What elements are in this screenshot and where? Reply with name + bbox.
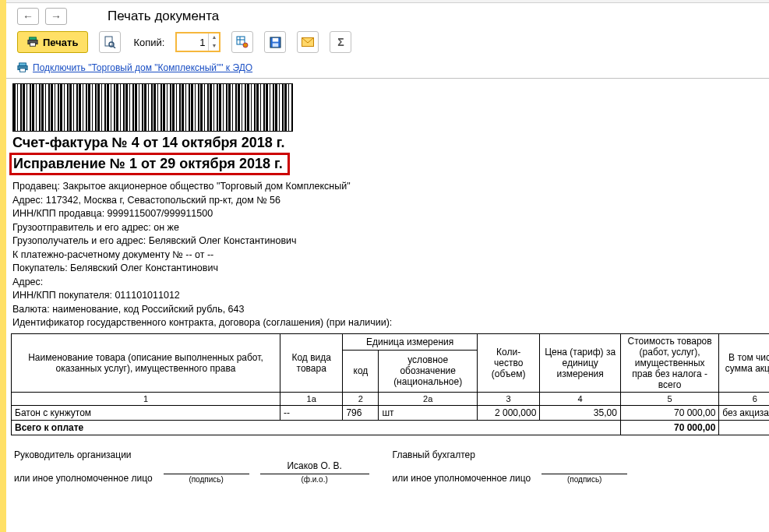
svg-rect-12	[273, 43, 279, 47]
svg-rect-0	[30, 37, 37, 41]
cell-code-kind: --	[280, 405, 342, 420]
cell-price: 35,00	[540, 405, 620, 420]
sign-head-label2: или иное уполномоченное лицо	[14, 473, 153, 484]
sign-head-sig-line	[164, 460, 249, 474]
meta-shipper: Грузоотправитель и его адрес: он же	[12, 221, 769, 235]
th-code-kind: Код вида товара	[280, 333, 342, 392]
numcell: 1	[12, 392, 280, 405]
sign-head-block: Руководитель организации или иное уполно…	[14, 449, 369, 484]
sign-head-label1: Руководитель организации	[14, 449, 369, 460]
cell-name: Батон с кунжутом	[12, 405, 280, 420]
edo-connect-link[interactable]: Подключить "Торговый дом "Комплексный"" …	[33, 62, 252, 73]
print-button[interactable]: Печать	[17, 31, 88, 53]
sigma-icon: Σ	[337, 36, 344, 48]
arrow-left-icon: ←	[23, 10, 34, 23]
title-bar: ← → Печать документа	[6, 3, 769, 28]
invoice-table-head: Наименование товара (описание выполненны…	[12, 333, 770, 405]
invoice-title: Счет-фактура № 4 от 14 октября 2018 г.	[12, 135, 769, 151]
page-title: Печать документа	[108, 9, 219, 24]
th-excise: В том числе сумма акциза	[719, 333, 769, 392]
copies-label: Копий:	[133, 37, 164, 48]
svg-rect-2	[30, 43, 36, 46]
floppy-icon	[270, 37, 281, 48]
send-email-button[interactable]	[297, 31, 319, 53]
numcell: 4	[540, 392, 620, 405]
sign-acc-block: Главный бухгалтер или иное уполномоченно…	[393, 449, 628, 484]
forward-button[interactable]: →	[45, 8, 67, 25]
numcell: 3	[477, 392, 539, 405]
cell-unit-sym: шт	[379, 405, 477, 420]
th-price: Цена (тариф) за единицу измерения	[540, 333, 620, 392]
meta-consignee: Грузополучатель и его адрес: Белявский О…	[12, 234, 769, 248]
edo-link-bar: Подключить "Торговый дом "Комплексный"" …	[6, 61, 769, 78]
svg-rect-6	[237, 37, 245, 44]
save-button[interactable]	[264, 31, 286, 53]
sign-head-sig-cap: (подпись)	[164, 475, 249, 484]
sign-acc-label1: Главный бухгалтер	[393, 449, 628, 460]
correction-title: Исправление № 1 от 29 октября 2018 г.	[13, 156, 283, 171]
sum-button[interactable]: Σ	[330, 31, 351, 53]
action-toolbar: Печать Копий: ▲ ▼	[6, 28, 769, 61]
spinner-up-icon[interactable]: ▲	[209, 33, 219, 42]
table-total-row: Всего к оплате 70 000,00 Х	[12, 420, 770, 435]
total-label: Всего к оплате	[12, 420, 621, 435]
numcell: 2а	[379, 392, 477, 405]
arrow-right-icon: →	[51, 10, 62, 23]
th-unit-sym: условное обозначение (национальное)	[379, 351, 477, 392]
cell-cost-no-tax: 70 000,00	[620, 405, 718, 420]
magnifier-page-icon	[104, 36, 116, 48]
svg-line-5	[113, 46, 115, 48]
sign-acc-label2: или иное уполномоченное лицо	[393, 473, 531, 484]
printer-icon	[27, 37, 38, 48]
numcell: 1а	[280, 392, 342, 405]
svg-rect-11	[273, 37, 279, 41]
document-page: Счет-фактура № 4 от 14 октября 2018 г. И…	[11, 79, 769, 484]
spinner-down-icon[interactable]: ▼	[209, 42, 219, 51]
cell-excise: без акциза	[719, 405, 769, 420]
meta-buyer: Покупатель: Белявский Олег Константинови…	[12, 262, 769, 276]
settings-template-button[interactable]	[231, 31, 253, 53]
back-button[interactable]: ←	[17, 8, 39, 25]
th-cost-no-tax: Стоимость товаров (работ, услуг), имущес…	[620, 333, 718, 392]
th-qty: Коли- чество (объем)	[477, 333, 539, 392]
invoice-table-numrow: 1 1а 2 2а 3 4 5 6 7	[12, 392, 770, 405]
numcell: 2	[343, 392, 379, 405]
meta-buyer-addr: Адрес:	[12, 276, 769, 290]
copies-input[interactable]	[177, 33, 208, 51]
cell-unit-code: 796	[343, 405, 379, 420]
document-preview: Счет-фактура № 4 от 14 октября 2018 г. И…	[6, 78, 769, 484]
sign-acc-sig-cap: (подпись)	[541, 475, 627, 484]
numcell: 6	[719, 392, 769, 405]
barcode	[12, 83, 293, 132]
preview-button[interactable]	[99, 31, 121, 53]
edo-printer-icon	[17, 62, 28, 73]
svg-point-9	[243, 43, 248, 48]
table-row: Батон с кунжутом -- 796 шт 2 000,000 35,…	[12, 405, 770, 420]
print-button-label: Печать	[43, 37, 78, 48]
cell-qty: 2 000,000	[477, 405, 539, 420]
meta-contract-id: Идентификатор государственного контракта…	[12, 316, 769, 330]
invoice-table: Наименование товара (описание выполненны…	[11, 333, 769, 435]
app-window: ← → Печать документа Печать Копий: ▲ ▼	[0, 0, 769, 532]
meta-buyer-inn: ИНН/КПП покупателя: 011101011012	[12, 289, 769, 303]
svg-rect-14	[19, 63, 26, 66]
meta-currency: Валюта: наименование, код Российский руб…	[12, 303, 769, 317]
meta-seller-inn: ИНН/КПП продавца: 9999115007/999911500	[12, 207, 769, 221]
sign-head-fio: Исаков О. В.	[260, 460, 369, 474]
meta-address: Адрес: 117342, Москва г, Севастопольский…	[12, 194, 769, 208]
th-unit-code: код	[343, 351, 379, 392]
grid-gear-icon	[236, 36, 249, 48]
sign-acc-sig-line	[541, 460, 627, 474]
total-cost: 70 000,00	[620, 420, 718, 435]
meta-seller: Продавец: Закрытое акционерное общество …	[12, 180, 769, 194]
svg-rect-16	[20, 69, 26, 72]
th-unit: Единица измерения	[343, 333, 477, 351]
invoice-meta: Продавец: Закрытое акционерное общество …	[12, 180, 769, 330]
numcell: 5	[620, 392, 718, 405]
meta-payment-doc: К платежно-расчетному документу № -- от …	[12, 248, 769, 262]
th-name: Наименование товара (описание выполненны…	[12, 333, 280, 392]
signatures: Руководитель организации или иное уполно…	[11, 449, 769, 484]
total-blank	[719, 420, 769, 435]
copies-spinner[interactable]: ▲ ▼	[175, 32, 220, 52]
envelope-icon	[302, 37, 314, 47]
